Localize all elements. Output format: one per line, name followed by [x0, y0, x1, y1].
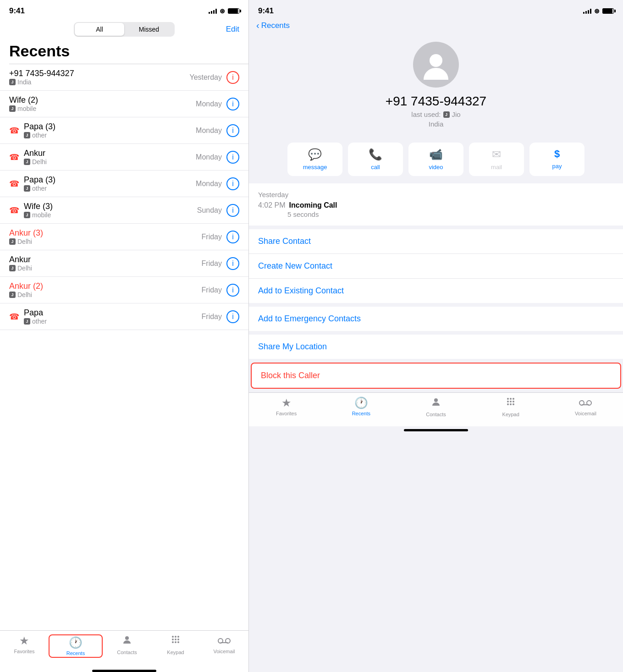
r-signal-bar-3: [588, 10, 589, 14]
add-to-existing-contact-item[interactable]: Add to Existing Contact: [249, 279, 623, 303]
svg-point-22: [510, 403, 512, 405]
recents-label-right: Recents: [352, 411, 370, 416]
missed-call-icon-4: ☎: [9, 179, 19, 189]
recent-sub-7: J Delhi: [9, 264, 32, 272]
call-entry: 4:02 PM Incoming Call: [258, 201, 614, 209]
info-button-3[interactable]: i: [226, 151, 239, 164]
recent-info-9: Papa J other: [24, 308, 47, 325]
recent-item-9[interactable]: ☎ Papa J other Friday i: [0, 303, 248, 330]
back-button[interactable]: ‹ Recents: [256, 20, 616, 31]
info-button-7[interactable]: i: [226, 257, 239, 270]
pay-button[interactable]: $ pay: [529, 143, 584, 176]
create-new-contact-item[interactable]: Create New Contact: [249, 254, 623, 279]
r-signal-bar-1: [583, 12, 584, 14]
recent-date-3: Monday: [196, 153, 222, 161]
tab-voicemail-right[interactable]: Voicemail: [548, 397, 623, 417]
recent-item-4[interactable]: ☎ Papa (3) J other Monday i: [0, 171, 248, 197]
svg-point-2: [175, 636, 176, 638]
tab-contacts-left[interactable]: Contacts: [103, 634, 151, 658]
recent-item-6[interactable]: Ankur (3) J Delhi Friday i: [0, 224, 248, 250]
add-to-emergency-item[interactable]: Add to Emergency Contacts: [249, 307, 623, 331]
battery-icon: [228, 8, 239, 14]
contacts-label-right: Contacts: [426, 412, 446, 417]
mail-button[interactable]: ✉ mail: [469, 143, 524, 176]
tab-favorites-right[interactable]: ★ Favorites: [249, 397, 324, 417]
carrier-badge-0: J: [9, 79, 16, 85]
call-button[interactable]: 📞 call: [348, 143, 403, 176]
recent-item-left-3: ☎ Ankur J Delhi: [9, 149, 196, 165]
voicemail-label-left: Voicemail: [213, 649, 235, 654]
carrier-badge-8: J: [9, 292, 16, 298]
recent-item-7[interactable]: Ankur J Delhi Friday i: [0, 250, 248, 277]
info-button-2[interactable]: i: [226, 124, 239, 137]
home-indicator-left: [92, 670, 156, 672]
signal-bar-1: [209, 12, 210, 14]
segment-all[interactable]: All: [75, 23, 124, 36]
recents-label-left: Recents: [66, 650, 85, 656]
info-button-1[interactable]: i: [226, 98, 239, 110]
tab-recents-left[interactable]: 🕐 Recents: [49, 634, 103, 658]
recent-item-left-4: ☎ Papa (3) J other: [9, 175, 196, 192]
info-button-4[interactable]: i: [226, 177, 239, 190]
share-my-location-item[interactable]: Share My Location: [249, 335, 623, 359]
tab-voicemail-left[interactable]: Voicemail: [200, 634, 248, 658]
block-caller-item[interactable]: Block this Caller: [252, 364, 620, 388]
missed-call-icon-3: ☎: [9, 152, 19, 162]
favorites-icon-left: ★: [19, 634, 29, 647]
contact-carrier: last used: J Jio: [411, 110, 460, 118]
call-duration: 5 seconds: [258, 210, 614, 218]
tab-keypad-left[interactable]: Keypad: [151, 634, 200, 658]
action-buttons: 💬 message 📞 call 📹 video ✉ mail $ pay: [249, 135, 623, 183]
svg-point-0: [125, 636, 129, 640]
info-button-5[interactable]: i: [226, 204, 239, 217]
missed-call-icon-2: ☎: [9, 126, 19, 136]
right-status-bar: 9:41 ⊛: [249, 0, 623, 18]
message-button[interactable]: 💬 message: [287, 143, 342, 176]
page-title: Recents: [0, 40, 248, 64]
recent-date-4: Monday: [196, 180, 222, 188]
recent-sub-4: J other: [24, 185, 55, 192]
svg-point-20: [513, 401, 514, 402]
carrier-badge-2: J: [24, 132, 30, 138]
tab-recents-right[interactable]: 🕐 Recents: [324, 397, 398, 417]
recent-name-1: Wife (2): [9, 95, 38, 105]
recent-item-0[interactable]: +91 7435-944327 J India Yesterday i: [0, 64, 248, 91]
recent-item-left-1: Wife (2) J mobile: [9, 95, 196, 112]
recent-date-5: Sunday: [197, 206, 222, 215]
keypad-label-left: Keypad: [167, 650, 184, 655]
left-tab-bar: ★ Favorites 🕐 Recents Contacts: [0, 630, 248, 667]
recent-item-3[interactable]: ☎ Ankur J Delhi Monday i: [0, 144, 248, 171]
tab-keypad-right[interactable]: Keypad: [474, 397, 548, 417]
info-button-8[interactable]: i: [226, 284, 239, 297]
recents-list: +91 7435-944327 J India Yesterday i Wife…: [0, 64, 248, 630]
info-button-9[interactable]: i: [226, 310, 239, 323]
recent-info-8: Ankur (2) J Delhi: [9, 281, 43, 298]
keypad-icon-left: [170, 634, 181, 648]
tab-favorites-left[interactable]: ★ Favorites: [0, 634, 49, 658]
info-button-0[interactable]: i: [226, 71, 239, 84]
recent-right-3: Monday i: [196, 151, 239, 164]
r-signal-bar-2: [585, 11, 587, 14]
share-contact-item[interactable]: Share Contact: [249, 229, 623, 254]
signal-bar-4: [215, 9, 217, 14]
contact-menu-section-2: Add to Emergency Contacts: [249, 307, 623, 331]
segment-missed[interactable]: Missed: [124, 23, 174, 36]
edit-button[interactable]: Edit: [226, 25, 239, 34]
contacts-icon-left: [121, 634, 132, 648]
recent-item-2[interactable]: ☎ Papa (3) J other Monday i: [0, 117, 248, 144]
right-carrier-badge: J: [443, 111, 450, 118]
tab-contacts-right[interactable]: Contacts: [398, 397, 473, 417]
message-label: message: [303, 164, 327, 171]
recent-item-1[interactable]: Wife (2) J mobile Monday i: [0, 91, 248, 117]
info-button-6[interactable]: i: [226, 231, 239, 243]
svg-point-3: [177, 636, 179, 638]
right-signal-icon: [583, 8, 591, 14]
svg-point-21: [507, 403, 509, 405]
recent-sub-1: J mobile: [9, 105, 38, 112]
call-type: Incoming Call: [289, 201, 337, 209]
svg-point-19: [510, 401, 512, 402]
video-button[interactable]: 📹 video: [408, 143, 463, 176]
recent-item-8[interactable]: Ankur (2) J Delhi Friday i: [0, 277, 248, 303]
recent-item-5[interactable]: ☎ Wife (3) J mobile Sunday i: [0, 197, 248, 224]
call-label: call: [371, 164, 380, 171]
